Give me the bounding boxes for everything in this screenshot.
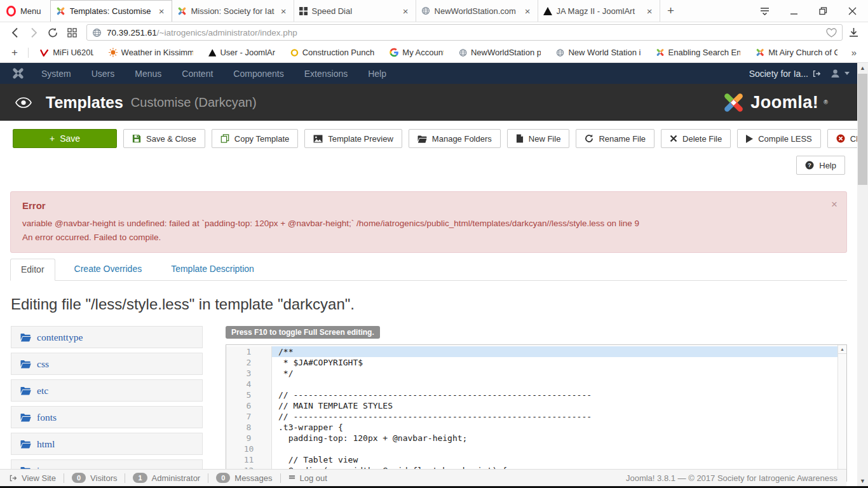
reload-icon[interactable] <box>44 24 61 41</box>
manage-folders-button[interactable]: Manage Folders <box>409 129 501 148</box>
visitors-link[interactable]: 0 Visitors <box>72 473 118 483</box>
menu-system[interactable]: System <box>31 69 81 79</box>
page-scrollbar[interactable]: ▲ ▼ <box>857 63 868 486</box>
bookmark-weather[interactable]: Weather in Kissimme <box>102 48 200 57</box>
tab-close-icon[interactable]: × <box>279 6 288 17</box>
messages-link[interactable]: 0 Messages <box>216 473 272 483</box>
tab-close-icon[interactable]: × <box>401 6 410 17</box>
menu-content[interactable]: Content <box>172 69 223 79</box>
copy-template-button[interactable]: Copy Template <box>212 129 298 148</box>
url-path: /~iatrogenics/administrator/index.php <box>157 28 297 37</box>
menu-users[interactable]: Users <box>81 69 125 79</box>
logout-link[interactable]: Log out <box>288 473 327 483</box>
code-line[interactable]: * $JA#COPYRIGHT$ <box>272 357 837 368</box>
admin-count-badge: 1 <box>133 473 147 483</box>
forward-icon[interactable] <box>25 24 42 41</box>
compile-less-button[interactable]: Compile LESS <box>737 129 821 148</box>
speed-dial-grid-icon[interactable] <box>64 24 80 41</box>
site-globe-icon <box>92 28 102 37</box>
rename-file-button[interactable]: Rename File <box>576 129 654 148</box>
scroll-up-icon[interactable]: ▲ <box>838 345 846 354</box>
bookmark-mifi[interactable]: MiFi U620L <box>34 48 100 57</box>
template-preview-button[interactable]: Template Preview <box>304 129 402 148</box>
bookmark-mt-airy[interactable]: Mt Airy Church of G <box>749 48 844 57</box>
fullscreen-hint: Press F10 to toggle Full Screen editing. <box>226 326 380 339</box>
code-line[interactable] <box>272 444 837 454</box>
restore-button[interactable] <box>811 1 835 20</box>
tab-title: Mission: Society for Iatrog <box>191 6 275 16</box>
tab-ja-magz[interactable]: JA Magz II - JoomlArt × <box>538 0 660 22</box>
bookmark-construction[interactable]: Construction PunchC <box>284 48 381 57</box>
line-number: 9 <box>226 433 272 444</box>
code-line[interactable] <box>272 379 837 390</box>
tab-close-icon[interactable]: × <box>523 6 532 17</box>
editor-scrollbar[interactable]: ▲ <box>837 345 846 481</box>
scrollbar-up-icon[interactable]: ▲ <box>857 63 868 73</box>
code-line[interactable]: padding-top: 120px + @navbar-height; <box>272 433 837 444</box>
tab-speed-dial[interactable]: Speed Dial × <box>294 0 416 22</box>
menu-menus[interactable]: Menus <box>125 69 172 79</box>
admin-menubar: System Users Menus Content Components Ex… <box>0 63 857 84</box>
folder-item-contenttype[interactable]: contenttype <box>11 326 203 348</box>
tab-templates[interactable]: Templates: Customise (Dar × <box>50 0 172 22</box>
new-file-button[interactable]: New File <box>507 129 570 148</box>
help-button[interactable]: ? Help <box>796 156 845 175</box>
editing-heading: Editing file "/less/style.less" in templ… <box>11 295 847 313</box>
code-line[interactable]: // MAIN TEMPLATE STYLES <box>272 400 837 411</box>
tab-newworldstation[interactable]: NewWorldStation.com - Ta × <box>416 0 538 22</box>
code-line[interactable]: /** <box>272 346 837 357</box>
administrator-link[interactable]: 1 Administrator <box>133 473 200 483</box>
folder-open-icon <box>20 386 31 395</box>
minimize-button[interactable] <box>782 1 806 20</box>
opera-menu-button[interactable]: Menu <box>0 0 50 22</box>
folder-item-etc[interactable]: etc <box>11 379 203 402</box>
tab-template-description[interactable]: Template Description <box>161 259 264 280</box>
save-close-button[interactable]: Save & Close <box>123 129 205 148</box>
code-line[interactable]: */ <box>272 368 837 379</box>
menu-components[interactable]: Components <box>223 69 294 79</box>
line-number: 5 <box>226 390 272 400</box>
tab-menu-icon[interactable] <box>752 1 776 20</box>
scrollbar-thumb[interactable] <box>858 74 867 185</box>
code-line[interactable]: // Tablet view <box>272 454 837 465</box>
x-icon <box>670 135 677 142</box>
user-menu[interactable] <box>830 68 850 79</box>
bookmark-nws-is[interactable]: New World Station is <box>550 48 646 57</box>
tab-create-overrides[interactable]: Create Overrides <box>64 259 153 280</box>
bookmark-my-account[interactable]: My Account <box>383 48 450 57</box>
tab-editor[interactable]: Editor <box>10 259 55 281</box>
scrollbar-down-icon[interactable]: ▼ <box>857 476 868 486</box>
code-line[interactable]: .t3-wrapper { <box>272 422 837 433</box>
code-editor[interactable]: 1/** 2 * $JA#COPYRIGHT$ 3 */ 4 5// -----… <box>226 344 847 482</box>
user-icon <box>830 68 841 79</box>
bookmark-nws-pr[interactable]: NewWorldStation pr <box>452 48 548 57</box>
alert-close-icon[interactable]: × <box>831 198 837 211</box>
back-icon[interactable] <box>6 24 23 41</box>
bookmarks-overflow-icon[interactable]: » <box>846 47 862 58</box>
bookmark-user-joomlart[interactable]: User - JoomlArt <box>202 48 281 57</box>
delete-file-button[interactable]: Delete File <box>661 129 731 148</box>
page-subtitle: Customise (Darkcyan) <box>131 95 257 110</box>
save-button[interactable]: + Save <box>13 129 117 148</box>
menu-help[interactable]: Help <box>358 69 397 79</box>
folder-item-html[interactable]: html <box>11 433 203 455</box>
tab-close-icon[interactable]: × <box>157 6 166 17</box>
folder-item-fonts[interactable]: fonts <box>11 406 203 428</box>
bookmark-enabling-search[interactable]: Enabling Search Eng <box>649 48 747 57</box>
download-icon[interactable] <box>845 24 862 41</box>
view-site-link[interactable]: View Site <box>9 473 56 483</box>
play-icon <box>746 135 753 143</box>
site-preview-link[interactable]: Society for Ia... <box>749 69 821 79</box>
folder-item-css[interactable]: css <box>11 353 203 375</box>
code-line[interactable]: // -------------------------------------… <box>272 411 837 422</box>
tab-close-icon[interactable]: × <box>645 6 654 17</box>
add-bookmark-icon[interactable]: + <box>6 46 23 59</box>
code-line[interactable]: // -------------------------------------… <box>272 390 837 400</box>
bookmark-heart-icon[interactable] <box>826 28 837 37</box>
new-tab-button[interactable]: + <box>660 0 682 22</box>
tab-mission[interactable]: Mission: Society for Iatrog × <box>172 0 294 22</box>
menu-extensions[interactable]: Extensions <box>294 69 358 79</box>
joomla-menu-icon[interactable] <box>11 67 25 80</box>
url-input[interactable]: 70.39.251.61/~iatrogenics/administrator/… <box>86 24 843 41</box>
close-window-button[interactable] <box>840 1 864 20</box>
